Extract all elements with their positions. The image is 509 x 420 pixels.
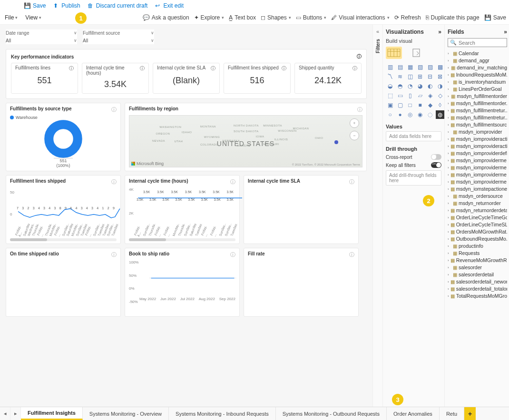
search-input[interactable] xyxy=(459,40,509,46)
field-table[interactable]: ›▦msdyn_ordersource xyxy=(448,193,507,199)
menu-duplicate[interactable]: ⎘Duplicate this page xyxy=(426,14,480,21)
field-table[interactable]: ›▦is_inventoryhandsum xyxy=(448,78,507,85)
vis-type-icon[interactable]: ⊟ xyxy=(426,72,434,81)
field-table[interactable]: ›▦msdyn_iomstepactione... xyxy=(448,186,507,192)
vis-type-icon[interactable]: ≋ xyxy=(396,72,404,81)
tile-fill-rate[interactable]: Fill rateⓘ xyxy=(244,248,359,317)
tile-lines-shipped[interactable]: Fulfillment lines shippedⓘ 50 0 73234343… xyxy=(6,175,121,244)
field-table[interactable]: ›▦msdyn_iomproviderme... xyxy=(448,157,507,164)
field-table[interactable]: ›▦msdyn_fulfillmentorder xyxy=(448,93,507,99)
drill-dropzone[interactable]: Add drill-through fields here xyxy=(386,170,441,186)
vis-type-icon[interactable]: ⬚ xyxy=(386,91,394,100)
field-table[interactable]: ›▦msdyn_fulfillmentorder... xyxy=(448,100,507,107)
info-icon[interactable]: ⓘ xyxy=(230,251,235,258)
format-tab[interactable] xyxy=(409,47,425,59)
vis-type-icon[interactable]: ● xyxy=(396,110,404,119)
tab-nav-next[interactable]: ▸ xyxy=(10,407,21,420)
vis-type-icon[interactable]: ■ xyxy=(416,101,424,109)
expand-filters-icon[interactable]: « xyxy=(376,29,379,34)
field-table[interactable]: ›▦msdyn_iomprovideracti... xyxy=(448,143,507,149)
vis-type-icon[interactable]: ⊠ xyxy=(436,72,444,81)
kpi-card[interactable]: Fulfillment lines shippedⓘ516 xyxy=(224,63,291,94)
info-icon[interactable]: ⓘ xyxy=(352,65,357,72)
field-table[interactable]: ›▦msdyn_returnorder xyxy=(448,200,507,206)
field-table[interactable]: ›▦msdyn_iomprovider xyxy=(448,128,507,135)
field-table[interactable]: ›▦demand_inv_matching xyxy=(448,64,507,71)
field-table[interactable]: ›▦msdyn_iomproviderme... xyxy=(448,171,507,178)
info-icon[interactable]: ⓘ xyxy=(111,106,117,113)
field-table[interactable]: ›▦msdyn_iomproviderme... xyxy=(448,178,507,185)
page-tab[interactable]: Systems Monitoring - Inbound Requests xyxy=(169,407,276,420)
vis-type-icon[interactable]: ◕ xyxy=(416,82,424,90)
vis-type-icon[interactable]: ◐ xyxy=(426,82,434,90)
page-tab[interactable]: Systems Monitoring - Outbound Requests xyxy=(276,407,387,420)
field-table[interactable]: ›▦salesorder xyxy=(448,264,507,271)
vis-type-icon[interactable]: ▱ xyxy=(416,91,424,100)
field-table[interactable]: ›▦OrdersMoMGrowthRat... xyxy=(448,228,507,235)
menu-file[interactable]: File▾ xyxy=(3,13,20,22)
field-table[interactable]: ›▦msdyn_fulfillmentretur... xyxy=(448,114,507,121)
tile-cycle-sla[interactable]: Internal cycle time SLAⓘ xyxy=(244,175,359,244)
menu-view[interactable]: View▾ xyxy=(23,13,43,22)
info-icon[interactable]: ⓘ xyxy=(282,65,286,72)
vis-type-icon[interactable]: ◔ xyxy=(406,82,414,90)
tile-on-time[interactable]: On time shipped ratioⓘ xyxy=(6,248,121,317)
vis-type-icon[interactable]: ◒ xyxy=(386,82,394,90)
vis-type-icon[interactable]: ▯ xyxy=(406,91,414,100)
kpi-card[interactable]: Internal cycle time SLAⓘ(Blank) xyxy=(153,63,220,94)
kpi-card[interactable]: Fulfillments linesⓘ551 xyxy=(11,63,78,94)
save-action[interactable]: 💾Save xyxy=(24,2,46,9)
field-table[interactable]: ›▦msdyn_iomprovideracti... xyxy=(448,136,507,142)
vis-type-icon[interactable]: ◉ xyxy=(416,110,424,119)
vis-type-icon[interactable]: ▨ xyxy=(426,63,434,71)
vis-type-icon[interactable]: □ xyxy=(406,101,414,109)
info-icon[interactable]: ⓘ xyxy=(111,178,117,186)
menu-textbox[interactable]: A̲Text box xyxy=(229,14,256,21)
menu-save[interactable]: 💾Save xyxy=(484,14,506,21)
tile-source-type[interactable]: Fulfillments by source typeⓘ Warehouse 5… xyxy=(6,103,121,171)
vis-type-icon[interactable]: ◍ xyxy=(436,110,444,119)
info-icon[interactable]: ⓘ xyxy=(230,178,235,186)
vis-type-icon[interactable]: ▩ xyxy=(436,63,444,71)
report-canvas[interactable]: Date range∨ All∨ Fulfillment source∨ All… xyxy=(0,25,372,407)
menu-visual-interactions[interactable]: 🖉Visual interactions▾ xyxy=(331,14,389,21)
exit-edit-action[interactable]: ↩Exit edit xyxy=(154,2,184,9)
vis-type-icon[interactable]: ▥ xyxy=(386,63,394,71)
vis-type-icon[interactable]: ○ xyxy=(386,110,394,119)
info-icon[interactable]: ⓘ xyxy=(211,65,215,72)
field-table[interactable]: ›▦salesorderdetail xyxy=(448,271,507,278)
field-table[interactable]: ›▦msdyn_fulfillmentsource xyxy=(448,121,507,128)
info-icon[interactable]: ⓘ xyxy=(140,65,145,76)
discard-action[interactable]: 🗑Discard current draft xyxy=(87,2,148,9)
keep-filters-toggle[interactable]: On xyxy=(431,162,441,168)
vis-type-icon[interactable]: ◈ xyxy=(426,91,434,100)
info-icon[interactable]: ⓘ xyxy=(349,251,354,258)
field-table[interactable]: ›▦Calendar xyxy=(448,50,507,57)
page-tab[interactable]: Fulfillment Insights xyxy=(21,407,83,420)
vis-type-icon[interactable]: ◓ xyxy=(396,82,404,90)
page-tab[interactable]: Systems Monitoring - Overview xyxy=(83,407,169,420)
publish-action[interactable]: ⬆Publish xyxy=(52,2,80,9)
zoom-out-icon[interactable]: − xyxy=(350,131,359,140)
vis-type-icon[interactable]: ◇ xyxy=(436,91,444,100)
info-icon[interactable]: ⓘ xyxy=(357,53,362,60)
map-visual[interactable]: +− WASHINGTONMONTANANORTH DAKOTAMINNESOT… xyxy=(129,115,362,167)
add-page-button[interactable]: + xyxy=(464,407,476,420)
field-table[interactable]: ›▦TotalRequestsMoMGro... xyxy=(448,293,507,299)
kpi-card[interactable]: Internal cycle time (hours)ⓘ3.54K xyxy=(82,63,149,94)
cross-report-toggle[interactable]: Off xyxy=(431,154,441,160)
build-tab[interactable] xyxy=(386,47,402,59)
fields-search[interactable]: 🔍 xyxy=(448,38,507,47)
info-icon[interactable]: ⓘ xyxy=(111,251,117,258)
vis-type-icon[interactable]: ▭ xyxy=(396,91,404,100)
vis-type-icon[interactable]: ▤ xyxy=(396,63,404,71)
kpi-card[interactable]: Shipped quantityⓘ24.12K xyxy=(294,63,362,94)
field-table[interactable]: ›▦LinesPerOrderGoal xyxy=(448,86,507,92)
vis-type-icon[interactable]: ▣ xyxy=(386,101,394,109)
field-table[interactable]: ›▦demand_aggr xyxy=(448,57,507,64)
menu-refresh[interactable]: ⟳Refresh xyxy=(394,14,421,21)
filters-pane-collapsed[interactable]: « Filters xyxy=(372,25,383,407)
tile-book-ship[interactable]: Book to ship ratioⓘ 100%50%0%-50% May 20… xyxy=(125,248,240,317)
vis-type-icon[interactable]: ◫ xyxy=(406,72,414,81)
vis-type-icon[interactable]: ◑ xyxy=(436,82,444,90)
